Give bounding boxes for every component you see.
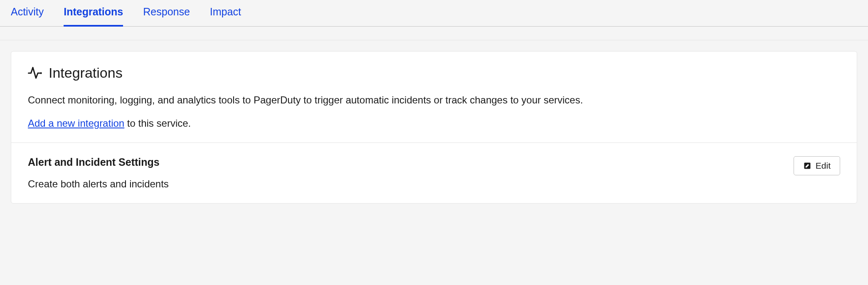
tab-impact[interactable]: Impact <box>210 6 241 26</box>
settings-title: Alert and Incident Settings <box>28 156 169 168</box>
add-integration-link[interactable]: Add a new integration <box>28 118 124 129</box>
activity-pulse-icon <box>28 66 43 81</box>
settings-section: Alert and Incident Settings Create both … <box>11 143 857 203</box>
tabs-container: Activity Integrations Response Impact <box>0 0 868 27</box>
add-integration-suffix: to this service. <box>124 118 191 129</box>
section-header: Integrations <box>28 65 840 81</box>
settings-value: Create both alerts and incidents <box>28 178 169 190</box>
tab-integrations[interactable]: Integrations <box>64 6 123 26</box>
edit-button-label: Edit <box>816 161 831 171</box>
divider <box>0 40 868 40</box>
integrations-section: Integrations Connect monitoring, logging… <box>11 52 857 143</box>
integrations-description: Connect monitoring, logging, and analyti… <box>28 93 840 108</box>
add-integration-line: Add a new integration to this service. <box>28 118 840 129</box>
integrations-title: Integrations <box>49 65 123 81</box>
settings-header: Alert and Incident Settings Create both … <box>28 156 840 190</box>
tab-activity[interactable]: Activity <box>11 6 44 26</box>
svg-point-0 <box>40 72 42 74</box>
settings-text-group: Alert and Incident Settings Create both … <box>28 156 169 190</box>
integrations-card: Integrations Connect monitoring, logging… <box>11 51 857 204</box>
edit-icon <box>803 162 811 170</box>
tab-response[interactable]: Response <box>143 6 190 26</box>
edit-button[interactable]: Edit <box>794 156 840 175</box>
